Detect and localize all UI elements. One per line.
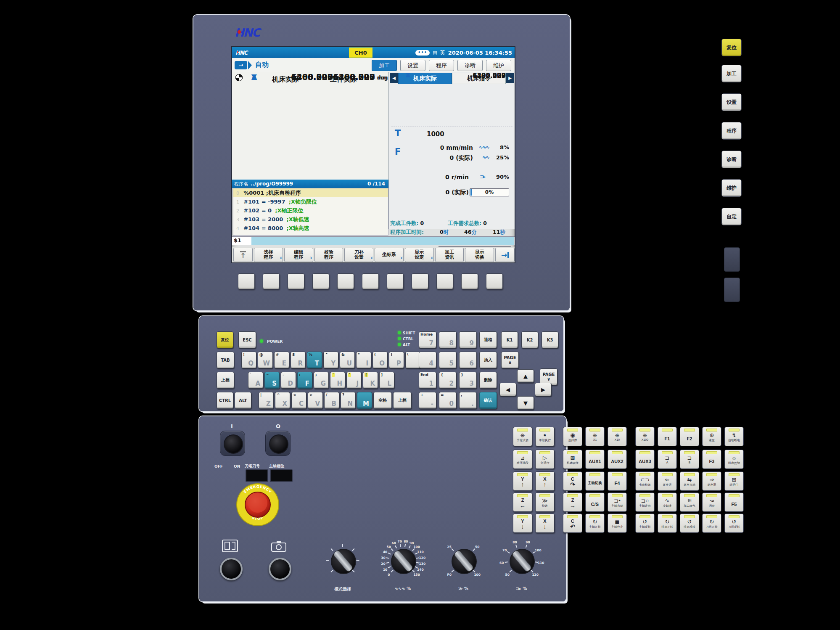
panel-button[interactable]: ⎈ X10	[608, 427, 627, 446]
spindle-override-knob[interactable]: 5060708090100110120	[500, 540, 542, 582]
panel-button[interactable]: F4	[608, 471, 627, 491]
side-function-key[interactable]: 加工	[721, 65, 742, 82]
panel-button[interactable]: ⎈ 手轮试切	[513, 427, 532, 446]
panel-button[interactable]: ☼ 机床照明	[724, 450, 744, 469]
side-function-key[interactable]: 维护	[721, 179, 742, 197]
shift-key-right[interactable]: 上档	[393, 392, 412, 409]
numpad-key[interactable]: End1	[419, 372, 436, 389]
more-icon[interactable]: •••	[415, 50, 430, 56]
panel-button[interactable]: 主轴切换	[585, 471, 605, 491]
panel-button[interactable]: ↻ 主轴正转	[585, 514, 605, 533]
panel-button[interactable]: Z ←	[513, 492, 532, 512]
numpad-key[interactable]: +-	[419, 392, 436, 409]
side-blank-key[interactable]	[724, 278, 740, 302]
page-up-key[interactable]: PAGE∧	[501, 352, 519, 368]
feed-override-knob[interactable]: 0102030405060708090100110120130140150	[382, 540, 424, 582]
panel-button[interactable]: ◉ 选择停	[563, 427, 582, 446]
softkey-button[interactable]: 显示 切换 »	[465, 248, 494, 262]
blank-softkey[interactable]	[312, 273, 329, 289]
arrow-down-key[interactable]: ▼	[517, 396, 534, 410]
letter-key[interactable]: ^Y	[323, 352, 338, 368]
panel-button[interactable]: X ↓	[535, 514, 555, 533]
command-input[interactable]	[251, 237, 514, 245]
program-line[interactable]: 4 #104 = 8000 ;X轴高速	[233, 224, 388, 233]
blank-softkey[interactable]	[263, 273, 280, 289]
numpad-key[interactable]: 退格	[479, 331, 497, 348]
program-listing[interactable]: 0 %0001 ;机床自检程序 1 #101 = -9997 ;X轴负限位 2	[233, 188, 388, 236]
side-function-key[interactable]: 诊断	[721, 151, 742, 168]
rapid-override-knob[interactable]: F02550100	[442, 540, 484, 582]
letter-key[interactable]: ^X	[275, 392, 290, 409]
power-on-button[interactable]	[224, 434, 243, 454]
panel-button[interactable]: ↻ 刀塔正转	[702, 514, 721, 533]
panel-button[interactable]: ↯ 自动断电	[724, 427, 744, 446]
door-button[interactable]	[220, 558, 243, 580]
blank-softkey[interactable]	[461, 273, 478, 289]
panel-button[interactable]: ⇐ 尾座进	[658, 471, 677, 491]
letter-key[interactable]: $R	[291, 352, 306, 368]
esc-key[interactable]: ESC	[238, 331, 256, 348]
letter-key[interactable]: %T	[307, 352, 322, 368]
panel-button[interactable]: ⎈ X100	[635, 427, 655, 446]
panel-button[interactable]: ⊐ B	[680, 450, 699, 469]
numpad-key[interactable]: 6	[459, 352, 477, 368]
letter-key[interactable]: <C	[291, 392, 306, 409]
panel-button[interactable]: ⇆ 尾座点动	[680, 471, 699, 491]
numpad-key[interactable]: {2	[439, 372, 457, 389]
k-key[interactable]: K3	[542, 331, 558, 348]
panel-button[interactable]: ⊐• 主轴点动	[608, 492, 627, 512]
side-reset-key[interactable]: 复位	[721, 39, 742, 56]
panel-button[interactable]: AUX2	[608, 450, 627, 469]
panel-button[interactable]: ⊞ 防护门	[724, 471, 744, 491]
side-function-key[interactable]: 程序	[721, 122, 742, 140]
screen-tab[interactable]: 程序	[429, 60, 454, 71]
letter-key[interactable]: 'J	[346, 372, 362, 389]
numpad-key[interactable]: 确认	[479, 392, 497, 409]
program-line[interactable]: 3 #103 = 2000 ;X轴低速	[233, 215, 388, 224]
numpad-key[interactable]: 9	[459, 331, 477, 348]
panel-button[interactable]: X ↑	[535, 471, 555, 491]
ctrl-key[interactable]: CTRL	[217, 392, 233, 409]
blank-softkey[interactable]	[288, 273, 304, 289]
numpad-key[interactable]: =0	[439, 392, 457, 409]
panel-button[interactable]: ↺ 主轴反转	[635, 514, 655, 533]
k-key[interactable]: K2	[521, 331, 538, 348]
program-line[interactable]: 1 #101 = -9997 ;X轴负限位	[233, 197, 388, 206]
letter-key[interactable]: ?N	[341, 392, 356, 409]
letter-key[interactable]: >V	[308, 392, 323, 409]
panel-button[interactable]: C ↶	[563, 514, 582, 533]
letter-key[interactable]: !Q	[241, 352, 256, 368]
softkey-button[interactable]: 校验 程序 »	[314, 248, 343, 262]
letter-key[interactable]: )P	[389, 352, 404, 368]
shift-key[interactable]: 上档	[217, 372, 234, 389]
screen-tab[interactable]: 维护	[486, 60, 511, 71]
letter-key[interactable]: /B	[324, 392, 339, 409]
letter-key[interactable]: (O	[372, 352, 388, 368]
numpad-key[interactable]: 删除	[479, 372, 497, 389]
softkey-return-button[interactable]: ↑	[233, 248, 253, 262]
panel-button[interactable]: F2	[680, 427, 699, 446]
language-indicator[interactable]: 英	[440, 49, 445, 56]
blank-softkey[interactable]	[387, 273, 404, 289]
blank-softkey[interactable]	[362, 273, 379, 289]
letter-key[interactable]: &U	[340, 352, 355, 368]
letter-key[interactable]: ]L	[379, 372, 394, 389]
numpad-key[interactable]: 4	[419, 352, 436, 368]
screen-tab[interactable]: 设置	[400, 60, 425, 71]
blank-softkey[interactable]	[238, 273, 255, 289]
panel-button[interactable]: ↝ 润滑	[702, 492, 721, 512]
panel-button[interactable]: ◼ 主轴停止	[608, 514, 627, 533]
panel-button[interactable]: F3	[702, 450, 721, 469]
numpad-key[interactable]: ,.	[459, 392, 477, 409]
numpad-key[interactable]: 8	[439, 331, 457, 348]
numpad-key[interactable]: Home7	[419, 331, 436, 348]
blank-softkey[interactable]	[412, 273, 428, 289]
letter-key[interactable]: 'H	[330, 372, 345, 389]
letter-key[interactable]: -D	[281, 372, 296, 389]
softkey-button[interactable]: 加工 资讯 »	[435, 248, 464, 262]
panel-button[interactable]: F1	[658, 427, 677, 446]
arrow-right-key[interactable]: ▶	[535, 383, 552, 396]
space-key[interactable]: 空格	[373, 392, 392, 409]
panel-button[interactable]: ↺ 刀塔反转	[724, 514, 744, 533]
letter-key[interactable]: *I	[356, 352, 371, 368]
